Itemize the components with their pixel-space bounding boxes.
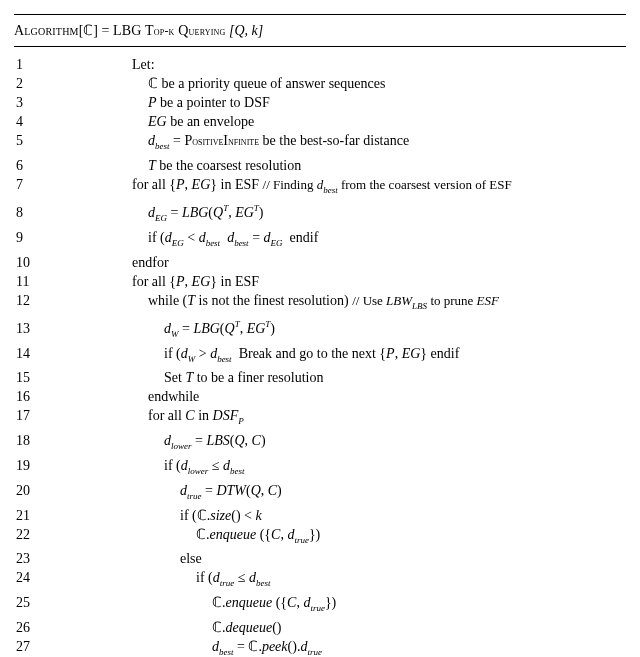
code-text: if (dlower ≤ dbest (132, 458, 244, 473)
line-number: 18 (14, 431, 42, 450)
code-indent-area: if (dW > dbest Break and go to the next … (42, 344, 459, 369)
code-line: 8dEG = LBG(QT, EGT) (14, 199, 626, 227)
code-line: 19if (dlower ≤ dbest (14, 456, 626, 481)
code-indent-area: ℂ.enqueue ({C, dtrue}) (42, 525, 320, 550)
code-text: ℂ.enqueue ({C, dtrue}) (132, 527, 320, 542)
line-number: 11 (14, 272, 42, 291)
code-line: 11for all {P, EG} in ESF (14, 272, 626, 291)
code-text: Set T to be a finer resolution (132, 370, 323, 385)
code-line: 14if (dW > dbest Break and go to the nex… (14, 344, 626, 369)
line-number: 16 (14, 387, 42, 406)
header-name-1: LBG T (113, 23, 154, 38)
code-line: 21if (ℂ.size() < k (14, 506, 626, 525)
code-indent-area: if (dtrue ≤ dbest (42, 568, 270, 593)
code-indent-area: dbest = PositiveInfinite be the best-so-… (42, 131, 409, 156)
code-indent-area: for all {P, EG} in ESF (42, 272, 259, 291)
code-indent-area: dEG = LBG(QT, EGT) (42, 199, 264, 227)
code-line: 27dbest = ℂ.peek().dtrue (14, 637, 626, 657)
algorithm-box: Algorithm[ℂ] = LBG Top-k Querying [Q, k]… (0, 0, 640, 657)
code-line: 12while (T is not the finest resolution)… (14, 291, 626, 316)
line-number: 4 (14, 112, 42, 131)
line-number: 17 (14, 406, 42, 425)
code-line: 4EG be an envelope (14, 112, 626, 131)
code-indent-area: ℂ be a priority queue of answer sequence… (42, 74, 385, 93)
code-indent-area: if (dEG < dbest dbest = dEG endif (42, 228, 318, 253)
code-line: 2ℂ be a priority queue of answer sequenc… (14, 74, 626, 93)
code-text: dlower = LBS(Q, C) (132, 433, 266, 448)
algorithm-header: Algorithm[ℂ] = LBG Top-k Querying [Q, k] (14, 19, 626, 42)
code-text: for all {P, EG} in ESF // Finding dbest … (132, 177, 512, 192)
code-line: 17for all C in DSFP (14, 406, 626, 431)
code-line: 16endwhile (14, 387, 626, 406)
code-line: 9if (dEG < dbest dbest = dEG endif (14, 228, 626, 253)
code-text: dEG = LBG(QT, EGT) (132, 205, 264, 220)
code-indent-area: else (42, 549, 202, 568)
code-text: Let: (132, 57, 155, 72)
code-text: while (T is not the finest resolution) /… (132, 293, 499, 308)
line-number: 19 (14, 456, 42, 475)
code-block: 1Let:2ℂ be a priority queue of answer se… (14, 51, 626, 657)
code-indent-area: dW = LBG(QT, EGT) (42, 315, 275, 343)
line-number: 15 (14, 368, 42, 387)
code-text: ℂ.enqueue ({C, dtrue}) (132, 595, 336, 610)
code-line: 7for all {P, EG} in ESF // Finding dbest… (14, 175, 626, 200)
code-text: if (dW > dbest Break and go to the next … (132, 346, 459, 361)
code-line: 26ℂ.dequeue() (14, 618, 626, 637)
line-number: 10 (14, 253, 42, 272)
code-line: 25ℂ.enqueue ({C, dtrue}) (14, 593, 626, 618)
code-indent-area: while (T is not the finest resolution) /… (42, 291, 499, 316)
code-text: dbest = PositiveInfinite be the best-so-… (132, 133, 409, 148)
code-text: ℂ be a priority queue of answer sequence… (132, 76, 385, 91)
code-indent-area: if (dlower ≤ dbest (42, 456, 244, 481)
code-text: if (dtrue ≤ dbest (132, 570, 270, 585)
code-text: ℂ.dequeue() (132, 620, 281, 635)
code-indent-area: EG be an envelope (42, 112, 254, 131)
line-number: 7 (14, 175, 42, 194)
line-number: 9 (14, 228, 42, 247)
code-indent-area: if (ℂ.size() < k (42, 506, 262, 525)
mid-rule (14, 46, 626, 47)
code-line: 23else (14, 549, 626, 568)
code-indent-area: dbest = ℂ.peek().dtrue (42, 637, 322, 657)
code-line: 22ℂ.enqueue ({C, dtrue}) (14, 525, 626, 550)
line-number: 24 (14, 568, 42, 587)
code-text: for all C in DSFP (132, 408, 244, 423)
line-number: 12 (14, 291, 42, 310)
code-text: dbest = ℂ.peek().dtrue (132, 639, 322, 654)
code-line: 13dW = LBG(QT, EGT) (14, 315, 626, 343)
code-text: T be the coarsest resolution (132, 158, 301, 173)
code-text: else (132, 551, 202, 566)
line-number: 26 (14, 618, 42, 637)
code-line: 10endfor (14, 253, 626, 272)
code-text: if (dEG < dbest dbest = dEG endif (132, 230, 318, 245)
line-number: 20 (14, 481, 42, 500)
header-result-symbol: ℂ (83, 23, 93, 38)
code-indent-area: for all {P, EG} in ESF // Finding dbest … (42, 175, 512, 200)
code-text: EG be an envelope (132, 114, 254, 129)
code-text: for all {P, EG} in ESF (132, 274, 259, 289)
code-line: 20dtrue = DTW(Q, C) (14, 481, 626, 506)
header-name-4: uerying (189, 24, 226, 38)
line-number: 5 (14, 131, 42, 150)
code-indent-area: P be a pointer to DSF (42, 93, 270, 112)
code-line: 6T be the coarsest resolution (14, 156, 626, 175)
line-number: 23 (14, 549, 42, 568)
code-indent-area: for all C in DSFP (42, 406, 244, 431)
code-text: endfor (132, 255, 169, 270)
code-line: 1Let: (14, 55, 626, 74)
code-indent-area: Let: (42, 55, 155, 74)
line-number: 22 (14, 525, 42, 544)
code-text: dtrue = DTW(Q, C) (132, 483, 282, 498)
header-name-3: Q (175, 23, 189, 38)
header-equals: = (98, 23, 113, 38)
line-number: 21 (14, 506, 42, 525)
line-number: 8 (14, 203, 42, 222)
algorithm-word: Algorithm (14, 23, 79, 38)
code-line: 3P be a pointer to DSF (14, 93, 626, 112)
code-line: 24if (dtrue ≤ dbest (14, 568, 626, 593)
code-indent-area: endfor (42, 253, 169, 272)
line-number: 2 (14, 74, 42, 93)
code-indent-area: dtrue = DTW(Q, C) (42, 481, 282, 506)
top-rule (14, 14, 626, 15)
code-line: 18dlower = LBS(Q, C) (14, 431, 626, 456)
